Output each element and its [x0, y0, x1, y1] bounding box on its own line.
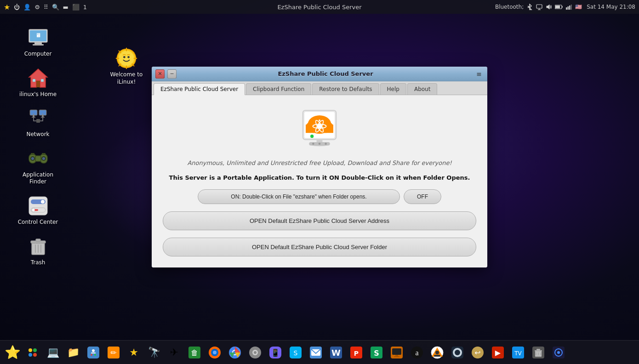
taskbar-green-icon[interactable]: 🗑 [185, 343, 204, 362]
svg-rect-13 [33, 44, 44, 46]
svg-rect-118 [394, 356, 399, 357]
tab-restore[interactable]: Restore to Defaults [312, 83, 379, 95]
apps-icon[interactable]: ⠿ [44, 4, 48, 11]
desktop-icon-controlcenter[interactable]: Control Center [4, 191, 73, 230]
svg-text:P: P [354, 350, 359, 357]
taskbar-paint-icon[interactable]: ✏ [104, 343, 123, 362]
taskbar-star2-icon[interactable]: ★ [124, 343, 143, 362]
tab-help[interactable]: Help [380, 83, 406, 95]
taskbar-audacity-icon[interactable]: a [407, 343, 427, 362]
app-icon-container [297, 106, 342, 152]
taskbar-files-icon[interactable]: 📁 [63, 343, 83, 362]
display-icon[interactable]: ⬛ [72, 4, 80, 11]
taskbar-firefox-icon[interactable] [205, 343, 224, 362]
tab-about[interactable]: About [407, 83, 437, 95]
tab-clipboard[interactable]: Clipboard Function [246, 83, 311, 95]
home-label: ilinux's Home [19, 91, 57, 98]
svg-rect-116 [392, 348, 401, 355]
svg-rect-6 [566, 7, 567, 10]
taskbar-skype-icon[interactable]: S [286, 343, 305, 362]
taskbar-wps-icon[interactable]: P [347, 343, 366, 362]
svg-point-52 [41, 200, 45, 204]
taskbar: ⭐ 💻 📁 ✏ [0, 340, 639, 364]
taskbar-back-icon[interactable]: ↩ [468, 343, 487, 362]
taskbar-binoculars-icon[interactable]: 🔭 [144, 343, 164, 362]
taskbar-redarrow-icon[interactable]: ▶ [488, 343, 508, 362]
controlcenter-label: Control Center [18, 219, 58, 226]
minimize-button[interactable]: ─ [167, 69, 177, 79]
off-button[interactable]: OFF [404, 189, 441, 204]
desktop-icon-network[interactable]: Network [4, 103, 73, 142]
on-button[interactable]: ON: Double-Click on File "ezshare" when … [198, 189, 400, 204]
taskbar-chrome-icon[interactable] [225, 343, 245, 362]
svg-point-89 [94, 354, 96, 356]
controlcenter-icon [27, 195, 49, 217]
svg-rect-49 [42, 153, 46, 155]
svg-rect-43 [35, 156, 41, 161]
flag-icon[interactable]: 🇺🇸 [575, 4, 582, 10]
svg-rect-31 [41, 79, 44, 82]
taskbar-vlc-icon[interactable] [428, 343, 447, 362]
desktop-icon-welcome[interactable]: Welcome to iLinux! [92, 44, 161, 89]
open-folder-button[interactable]: OPEN Default EzShare Public Cloud Server… [163, 238, 476, 256]
open-address-button[interactable]: OPEN Default EzShare Public Cloud Server… [163, 211, 476, 230]
svg-rect-12 [34, 42, 42, 44]
taskbar-dots-icon[interactable] [23, 343, 42, 362]
network-icon[interactable] [536, 4, 543, 10]
taskbar-sheets-icon[interactable]: S [367, 343, 386, 362]
taskbar-gear-icon[interactable] [245, 343, 265, 362]
taskbar-plane-icon[interactable]: ✈️ [165, 343, 184, 362]
svg-rect-30 [33, 79, 35, 82]
svg-point-124 [435, 351, 439, 354]
desktop-icon-computer[interactable]: 🖥 Computer [4, 23, 73, 62]
svg-point-81 [29, 348, 32, 352]
close-button[interactable]: ✕ [155, 69, 165, 79]
svg-point-72 [318, 125, 321, 128]
taskbar-viber-icon[interactable]: 📱 [266, 343, 285, 362]
svg-point-79 [319, 143, 321, 145]
desktop-icon-home[interactable]: ilinux's Home [4, 63, 73, 102]
svg-rect-123 [434, 355, 440, 357]
signal-icon[interactable] [566, 4, 572, 10]
taskbar-monitor-icon[interactable] [387, 343, 406, 362]
svg-text:📱: 📱 [271, 348, 280, 357]
svg-text:✏: ✏ [110, 348, 117, 357]
desktop-icon-trash[interactable]: Trash [4, 232, 73, 270]
search-icon[interactable]: 🔍 [52, 4, 59, 11]
svg-point-73 [319, 119, 320, 121]
svg-text:a: a [415, 349, 418, 357]
svg-text:🖥: 🖥 [35, 32, 41, 39]
taskbar-teamviewer-icon[interactable]: TV [508, 343, 528, 362]
power-icon[interactable]: ⏻ [14, 4, 20, 11]
welcome-label: Welcome to iLinux! [110, 71, 143, 85]
settings-icon[interactable]: ⚙ [34, 4, 40, 11]
taskbar-settings-icon[interactable] [84, 343, 103, 362]
tab-main[interactable]: EzShare Public Cloud Server [154, 83, 245, 95]
taskbar-steam-icon[interactable] [448, 343, 467, 362]
battery-icon[interactable] [555, 5, 563, 9]
svg-point-88 [91, 354, 92, 356]
taskbar-star-icon[interactable]: ⭐ [3, 343, 22, 362]
svg-rect-87 [91, 353, 96, 353]
svg-text:W: W [331, 348, 341, 358]
description: This Server is a Portable Application. T… [169, 174, 470, 182]
taskbar-mail-icon[interactable] [306, 343, 325, 362]
window-icon[interactable]: ▬ [63, 4, 68, 11]
bluetooth-icon[interactable]: Bluetooth; [495, 4, 524, 10]
user-icon[interactable]: 👤 [23, 4, 31, 11]
svg-point-86 [92, 349, 95, 352]
taskbar-trash-icon[interactable] [529, 343, 548, 362]
menubar-left: ★ ⏻ 👤 ⚙ ⠿ 🔍 ▬ ⬛ 1 [4, 3, 87, 11]
ezshare-window: ✕ ─ EzShare Public Cloud Server ≡ EzShar… [152, 67, 487, 267]
taskbar-last-icon[interactable] [549, 343, 568, 362]
window-menu-button[interactable]: ≡ [474, 69, 484, 79]
taskbar-word-icon[interactable]: W [326, 343, 346, 362]
svg-rect-5 [562, 6, 563, 8]
trash-icon [27, 235, 49, 257]
star-icon[interactable]: ★ [4, 3, 10, 11]
desktop-icon-appfinder[interactable]: Application Finder [4, 144, 73, 189]
taskbar-filemanager-icon[interactable]: 💻 [43, 343, 63, 362]
volume-icon[interactable] [546, 4, 552, 10]
bluetooth-icon[interactable] [526, 4, 533, 10]
svg-text:↩: ↩ [474, 348, 480, 357]
